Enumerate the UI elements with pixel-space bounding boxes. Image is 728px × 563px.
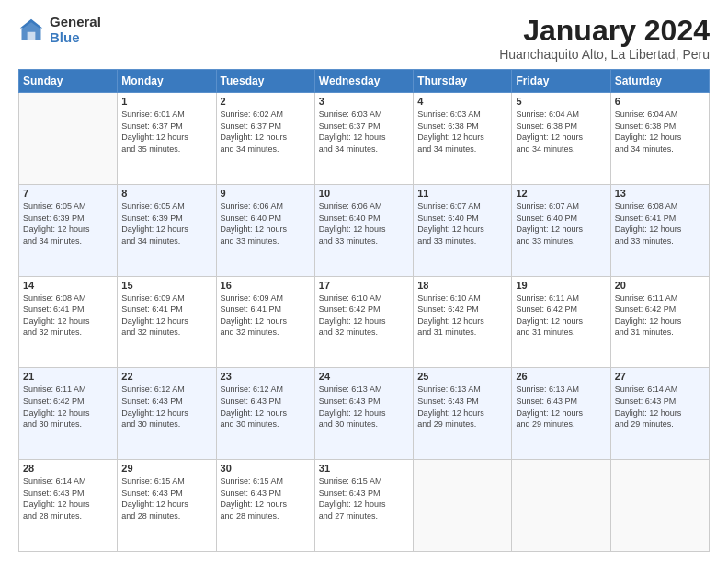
day-info: Sunrise: 6:14 AM Sunset: 6:43 PM Dayligh… (615, 384, 705, 430)
day-number: 9 (221, 188, 311, 199)
calendar-week-5: 28Sunrise: 6:14 AM Sunset: 6:43 PM Dayli… (19, 460, 710, 552)
day-number: 18 (417, 280, 507, 291)
day-info: Sunrise: 6:09 AM Sunset: 6:41 PM Dayligh… (221, 293, 311, 339)
page-header: General Blue January 2024 Huanchaquito A… (18, 15, 710, 62)
calendar-cell: 24Sunrise: 6:13 AM Sunset: 6:43 PM Dayli… (314, 368, 413, 460)
day-info: Sunrise: 6:10 AM Sunset: 6:42 PM Dayligh… (319, 293, 409, 339)
calendar-cell: 22Sunrise: 6:12 AM Sunset: 6:43 PM Dayli… (118, 368, 216, 460)
logo: General Blue (18, 15, 101, 45)
day-info: Sunrise: 6:05 AM Sunset: 6:39 PM Dayligh… (121, 201, 211, 247)
calendar-cell: 5Sunrise: 6:04 AM Sunset: 6:38 PM Daylig… (512, 93, 610, 185)
day-number: 30 (221, 463, 311, 474)
day-info: Sunrise: 6:15 AM Sunset: 6:43 PM Dayligh… (319, 476, 409, 522)
day-info: Sunrise: 6:11 AM Sunset: 6:42 PM Dayligh… (615, 293, 705, 339)
day-info: Sunrise: 6:08 AM Sunset: 6:41 PM Dayligh… (615, 201, 705, 247)
day-info: Sunrise: 6:04 AM Sunset: 6:38 PM Dayligh… (615, 109, 705, 155)
day-number: 22 (121, 371, 211, 382)
day-info: Sunrise: 6:12 AM Sunset: 6:43 PM Dayligh… (121, 384, 211, 430)
calendar-cell: 9Sunrise: 6:06 AM Sunset: 6:40 PM Daylig… (216, 184, 314, 276)
calendar-cell: 8Sunrise: 6:05 AM Sunset: 6:39 PM Daylig… (118, 184, 216, 276)
day-info: Sunrise: 6:01 AM Sunset: 6:37 PM Dayligh… (121, 109, 211, 155)
calendar-cell: 10Sunrise: 6:06 AM Sunset: 6:40 PM Dayli… (314, 184, 413, 276)
day-info: Sunrise: 6:15 AM Sunset: 6:43 PM Dayligh… (221, 476, 311, 522)
col-tuesday: Tuesday (216, 70, 314, 93)
day-info: Sunrise: 6:03 AM Sunset: 6:37 PM Dayligh… (319, 109, 409, 155)
logo-blue-label: Blue (50, 30, 101, 46)
day-number: 3 (319, 96, 409, 107)
col-sunday: Sunday (19, 70, 118, 93)
calendar-cell: 13Sunrise: 6:08 AM Sunset: 6:41 PM Dayli… (610, 184, 709, 276)
title-area: January 2024 Huanchaquito Alto, La Liber… (499, 15, 710, 62)
day-info: Sunrise: 6:13 AM Sunset: 6:43 PM Dayligh… (319, 384, 409, 430)
day-info: Sunrise: 6:13 AM Sunset: 6:43 PM Dayligh… (516, 384, 606, 430)
day-number: 17 (319, 280, 409, 291)
logo-general-label: General (50, 15, 101, 30)
calendar-cell (512, 460, 610, 552)
day-info: Sunrise: 6:13 AM Sunset: 6:43 PM Dayligh… (417, 384, 507, 430)
day-number: 1 (121, 96, 211, 107)
day-info: Sunrise: 6:06 AM Sunset: 6:40 PM Dayligh… (221, 201, 311, 247)
day-number: 24 (319, 371, 409, 382)
day-info: Sunrise: 6:12 AM Sunset: 6:43 PM Dayligh… (221, 384, 311, 430)
day-number: 8 (121, 188, 211, 199)
day-info: Sunrise: 6:07 AM Sunset: 6:40 PM Dayligh… (516, 201, 606, 247)
day-info: Sunrise: 6:04 AM Sunset: 6:38 PM Dayligh… (516, 109, 606, 155)
day-info: Sunrise: 6:14 AM Sunset: 6:43 PM Dayligh… (23, 476, 113, 522)
calendar-cell (414, 460, 512, 552)
calendar-cell: 26Sunrise: 6:13 AM Sunset: 6:43 PM Dayli… (512, 368, 610, 460)
calendar-cell: 7Sunrise: 6:05 AM Sunset: 6:39 PM Daylig… (19, 184, 118, 276)
logo-icon (18, 17, 44, 43)
day-number: 16 (221, 280, 311, 291)
calendar-cell (610, 460, 709, 552)
calendar-cell: 14Sunrise: 6:08 AM Sunset: 6:41 PM Dayli… (19, 276, 118, 368)
day-number: 11 (417, 188, 507, 199)
day-number: 6 (615, 96, 705, 107)
day-info: Sunrise: 6:08 AM Sunset: 6:41 PM Dayligh… (23, 293, 113, 339)
day-number: 27 (615, 371, 705, 382)
day-number: 4 (417, 96, 507, 107)
calendar-cell: 20Sunrise: 6:11 AM Sunset: 6:42 PM Dayli… (610, 276, 709, 368)
day-info: Sunrise: 6:09 AM Sunset: 6:41 PM Dayligh… (121, 293, 211, 339)
col-saturday: Saturday (610, 70, 709, 93)
calendar-week-3: 14Sunrise: 6:08 AM Sunset: 6:41 PM Dayli… (19, 276, 710, 368)
calendar-cell: 16Sunrise: 6:09 AM Sunset: 6:41 PM Dayli… (216, 276, 314, 368)
day-number: 15 (121, 280, 211, 291)
col-wednesday: Wednesday (314, 70, 413, 93)
day-info: Sunrise: 6:11 AM Sunset: 6:42 PM Dayligh… (23, 384, 113, 430)
calendar-cell: 18Sunrise: 6:10 AM Sunset: 6:42 PM Dayli… (414, 276, 512, 368)
day-info: Sunrise: 6:15 AM Sunset: 6:43 PM Dayligh… (121, 476, 211, 522)
calendar-title: January 2024 (499, 15, 710, 47)
svg-rect-2 (28, 31, 36, 40)
calendar-cell: 23Sunrise: 6:12 AM Sunset: 6:43 PM Dayli… (216, 368, 314, 460)
calendar-cell: 25Sunrise: 6:13 AM Sunset: 6:43 PM Dayli… (414, 368, 512, 460)
day-info: Sunrise: 6:03 AM Sunset: 6:38 PM Dayligh… (417, 109, 507, 155)
calendar-cell: 12Sunrise: 6:07 AM Sunset: 6:40 PM Dayli… (512, 184, 610, 276)
calendar-cell: 1Sunrise: 6:01 AM Sunset: 6:37 PM Daylig… (118, 93, 216, 185)
calendar-table: Sunday Monday Tuesday Wednesday Thursday… (18, 69, 710, 552)
calendar-cell: 27Sunrise: 6:14 AM Sunset: 6:43 PM Dayli… (610, 368, 709, 460)
calendar-subtitle: Huanchaquito Alto, La Libertad, Peru (499, 47, 710, 62)
day-number: 21 (23, 371, 113, 382)
day-number: 31 (319, 463, 409, 474)
calendar-cell: 31Sunrise: 6:15 AM Sunset: 6:43 PM Dayli… (314, 460, 413, 552)
day-number: 5 (516, 96, 606, 107)
calendar-cell: 19Sunrise: 6:11 AM Sunset: 6:42 PM Dayli… (512, 276, 610, 368)
calendar-cell: 17Sunrise: 6:10 AM Sunset: 6:42 PM Dayli… (314, 276, 413, 368)
calendar-cell: 4Sunrise: 6:03 AM Sunset: 6:38 PM Daylig… (414, 93, 512, 185)
calendar-cell: 30Sunrise: 6:15 AM Sunset: 6:43 PM Dayli… (216, 460, 314, 552)
day-number: 23 (221, 371, 311, 382)
day-info: Sunrise: 6:11 AM Sunset: 6:42 PM Dayligh… (516, 293, 606, 339)
day-number: 26 (516, 371, 606, 382)
calendar-cell: 6Sunrise: 6:04 AM Sunset: 6:38 PM Daylig… (610, 93, 709, 185)
day-info: Sunrise: 6:05 AM Sunset: 6:39 PM Dayligh… (23, 201, 113, 247)
calendar-cell: 3Sunrise: 6:03 AM Sunset: 6:37 PM Daylig… (314, 93, 413, 185)
calendar-cell: 2Sunrise: 6:02 AM Sunset: 6:37 PM Daylig… (216, 93, 314, 185)
calendar-cell: 28Sunrise: 6:14 AM Sunset: 6:43 PM Dayli… (19, 460, 118, 552)
day-number: 20 (615, 280, 705, 291)
day-info: Sunrise: 6:02 AM Sunset: 6:37 PM Dayligh… (221, 109, 311, 155)
day-number: 13 (615, 188, 705, 199)
day-info: Sunrise: 6:10 AM Sunset: 6:42 PM Dayligh… (417, 293, 507, 339)
calendar-cell: 15Sunrise: 6:09 AM Sunset: 6:41 PM Dayli… (118, 276, 216, 368)
calendar-week-1: 1Sunrise: 6:01 AM Sunset: 6:37 PM Daylig… (19, 93, 710, 185)
day-number: 2 (221, 96, 311, 107)
